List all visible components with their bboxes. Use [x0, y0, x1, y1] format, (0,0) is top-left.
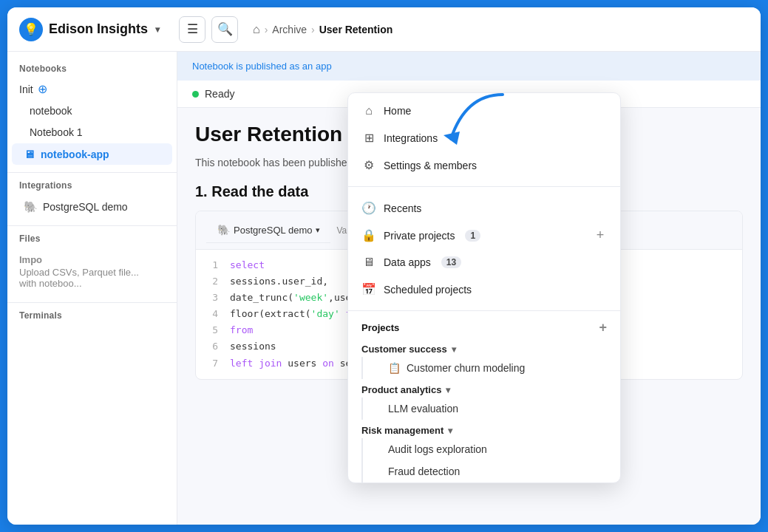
notebook-app-icon: 🖥: [24, 148, 35, 160]
line-num-2: 2: [206, 273, 218, 290]
group-risk-management[interactable]: Risk management ▾: [348, 420, 620, 438]
subitem-customer-churn[interactable]: 📋 Customer churn modeling: [361, 357, 620, 379]
private-icon: 🔒: [361, 228, 376, 242]
subitem-fraud-detection[interactable]: Fraud detection: [361, 460, 620, 482]
menu-divider2: [348, 310, 620, 311]
app-brand[interactable]: 💡 Edison Insights ▾: [19, 18, 167, 41]
notebook-published-notice: Notebook is published as an app: [177, 52, 761, 81]
scheduled-icon: 📅: [361, 282, 376, 296]
sidebar-section-notebooks: Notebooks: [7, 64, 177, 78]
db-badge[interactable]: 🐘 PostgreSQL demo ▾: [206, 217, 330, 243]
sidebar-item-notebook[interactable]: notebook: [12, 100, 172, 121]
line-code-2: sessions.user_id,: [230, 273, 328, 290]
sidebar-section-integrations: Integrations: [7, 180, 177, 195]
recents-icon: 🕐: [361, 201, 376, 215]
product-analytics-label: Product analytics: [361, 384, 441, 395]
init-label: Init: [19, 83, 33, 95]
line-code-6: sessions: [230, 338, 276, 355]
sidebar-notebook1-label: Notebook 1: [30, 126, 83, 138]
sidebar-item-notebook-app[interactable]: 🖥 notebook-app: [12, 143, 172, 165]
hamburger-icon: ☰: [187, 21, 198, 37]
home-icon[interactable]: ⌂: [253, 23, 260, 36]
hamburger-button[interactable]: ☰: [179, 16, 205, 43]
menu-divider1: [348, 186, 620, 187]
menu-projects-section: Projects +: [348, 314, 620, 338]
integrations-menu-icon: ⊞: [361, 131, 376, 145]
menu-settings-label: Settings & members: [384, 160, 477, 171]
menu-items-section: 🕐 Recents 🔒 Private projects 1 + 🖥 Data …: [348, 190, 620, 307]
menu-nav-section: ⌂ Home ⊞ Integrations ⚙ Settings & membe…: [348, 93, 620, 183]
line-num-1: 1: [206, 257, 218, 273]
risk-management-label: Risk management: [361, 425, 444, 436]
group-product-analytics[interactable]: Product analytics ▾: [348, 379, 620, 398]
subitem-llm-eval[interactable]: LLM evaluation: [361, 398, 620, 420]
settings-menu-icon: ⚙: [361, 158, 376, 172]
main-content: Notebook is published as an app Ready Us…: [177, 52, 761, 525]
files-import-hint: Impo Upload CSVs, Parquet file... with n…: [7, 248, 177, 295]
sidebar-section-terminals: Terminals: [7, 310, 177, 325]
breadcrumb-archive[interactable]: Archive: [272, 24, 307, 35]
breadcrumb-current: User Retention: [319, 24, 393, 35]
private-add-button[interactable]: +: [594, 229, 607, 242]
menu-item-scheduled[interactable]: 📅 Scheduled projects: [348, 276, 620, 303]
dropdown-menu[interactable]: ⌂ Home ⊞ Integrations ⚙ Settings & membe…: [347, 92, 621, 483]
line-code-1: select: [230, 257, 265, 273]
search-button[interactable]: 🔍: [211, 16, 238, 43]
group-customer-success[interactable]: Customer success ▾: [348, 338, 620, 357]
body-layout: Notebooks Init ⊕ notebook Notebook 1 🖥 n…: [7, 52, 761, 525]
sidebar-notebook-app-label: notebook-app: [41, 149, 109, 160]
sidebar-divider2: [7, 225, 177, 226]
line-num-3: 3: [206, 290, 218, 306]
sidebar-postgresql-label: PostgreSQL demo: [43, 201, 128, 213]
line-code-5: from: [230, 322, 253, 338]
sidebar: Notebooks Init ⊕ notebook Notebook 1 🖥 n…: [7, 52, 177, 525]
files-import-desc: Upload CSVs, Parquet file...: [19, 267, 165, 278]
menu-item-private[interactable]: 🔒 Private projects 1 +: [348, 222, 620, 249]
status-dot: [192, 91, 199, 98]
menu-integrations-label: Integrations: [384, 132, 438, 144]
postgresql-icon: 🐘: [24, 200, 37, 214]
menu-item-dataapps[interactable]: 🖥 Data apps 13: [348, 249, 620, 276]
line-num-7: 7: [206, 355, 218, 372]
menu-private-label: Private projects: [384, 230, 455, 242]
sidebar-item-postgresql[interactable]: 🐘 PostgreSQL demo: [12, 196, 172, 218]
customer-success-label: Customer success: [361, 344, 447, 355]
sidebar-section-files: Files: [7, 233, 177, 248]
dataapps-badge: 13: [441, 256, 461, 268]
subitem-audit-logs[interactable]: Audit logs exploration: [361, 438, 620, 460]
files-import-label: Impo: [19, 254, 165, 265]
db-label: PostgreSQL demo: [234, 225, 312, 236]
breadcrumb: ⌂ › Archive › User Retention: [253, 23, 393, 36]
menu-item-settings[interactable]: ⚙ Settings & members: [348, 151, 620, 179]
sidebar-divider3: [7, 302, 177, 303]
sidebar-notebook-label: notebook: [30, 105, 72, 117]
menu-item-integrations[interactable]: ⊞ Integrations: [348, 124, 620, 151]
private-badge: 1: [465, 230, 480, 242]
db-dropdown-icon: ▾: [316, 225, 320, 235]
line-num-5: 5: [206, 322, 218, 338]
db-icon: 🐘: [217, 223, 230, 236]
topbar-center: ☰ 🔍 ⌂ › Archive › User Retention: [167, 16, 749, 43]
menu-recents-label: Recents: [384, 202, 421, 214]
line-num-6: 6: [206, 338, 218, 355]
customer-churn-icon: 📋: [388, 362, 401, 374]
projects-add-button[interactable]: +: [599, 320, 607, 335]
line-num-4: 4: [206, 306, 218, 322]
brand-icon: 💡: [19, 18, 43, 41]
files-import-desc2: with noteboo...: [19, 278, 165, 289]
product-analytics-chevron-icon: ▾: [446, 385, 450, 395]
search-icon: 🔍: [217, 21, 233, 37]
init-add-icon[interactable]: ⊕: [38, 82, 47, 96]
sidebar-item-init[interactable]: Init ⊕: [7, 78, 177, 100]
breadcrumb-sep1: ›: [265, 24, 268, 35]
breadcrumb-sep2: ›: [311, 24, 315, 35]
sidebar-item-notebook1[interactable]: Notebook 1: [12, 122, 172, 143]
fraud-detection-label: Fraud detection: [388, 466, 460, 477]
dataapps-icon: 🖥: [361, 256, 376, 269]
menu-item-home[interactable]: ⌂ Home: [348, 98, 620, 124]
menu-item-recents[interactable]: 🕐 Recents: [348, 194, 620, 222]
topbar: 💡 Edison Insights ▾ ☰ 🔍 ⌂ › Archive › Us…: [7, 7, 761, 52]
risk-management-chevron-icon: ▾: [448, 426, 452, 436]
sidebar-divider1: [7, 172, 177, 173]
brand-chevron-icon: ▾: [155, 24, 160, 35]
